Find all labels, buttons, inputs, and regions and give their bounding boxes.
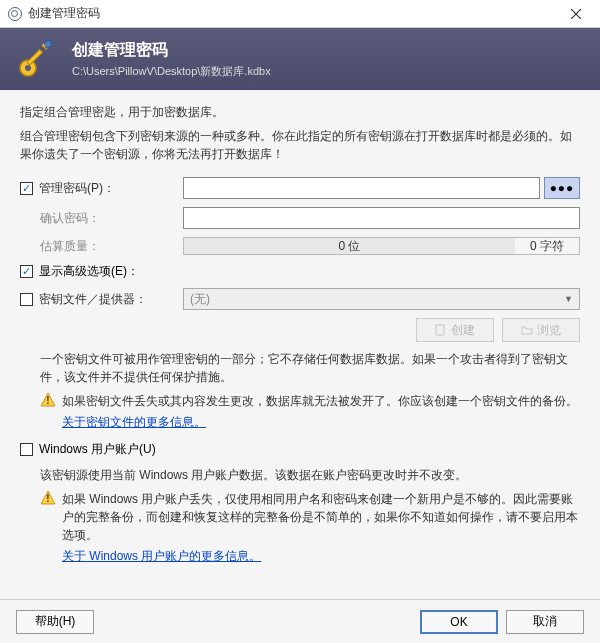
titlebar: 创建管理密码	[0, 0, 600, 28]
keyfile-warning: 如果密钥文件丢失或其内容发生更改，数据库就无法被发开了。你应该创建一个密钥文件的…	[62, 392, 578, 410]
keyfile-checkbox[interactable]	[20, 293, 33, 306]
key-icon	[16, 38, 58, 80]
winaccount-label: Windows 用户账户(U)	[39, 441, 156, 458]
quality-meter: 0 位	[183, 237, 515, 255]
password-checkbox[interactable]	[20, 182, 33, 195]
reveal-password-button[interactable]: ●●●	[544, 177, 580, 199]
chevron-down-icon: ▼	[564, 294, 573, 304]
cancel-button[interactable]: 取消	[506, 610, 584, 634]
winaccount-info-link[interactable]: 关于 Windows 用户账户的更多信息。	[20, 548, 580, 565]
svg-rect-6	[436, 325, 444, 335]
header-path: C:\Users\PillowV\Desktop\新数据库.kdbx	[72, 64, 271, 79]
window-title: 创建管理密码	[28, 5, 556, 22]
intro-text-1: 指定组合管理密匙，用于加密数据库。	[20, 104, 580, 121]
svg-text:!: !	[46, 395, 49, 406]
header-band: 创建管理密码 C:\Users\PillowV\Desktop\新数据库.kdb…	[0, 28, 600, 90]
advanced-checkbox[interactable]	[20, 265, 33, 278]
keyfile-label: 密钥文件／提供器：	[39, 291, 183, 308]
close-button[interactable]	[556, 2, 596, 26]
footer: 帮助(H) OK 取消	[0, 599, 600, 643]
winaccount-description: 该密钥源使用当前 Windows 用户账户数据。该数据在账户密码更改时并不改变。	[20, 466, 580, 484]
svg-point-3	[25, 65, 31, 71]
svg-text:!: !	[46, 493, 49, 504]
winaccount-checkbox[interactable]	[20, 443, 33, 456]
content-area: 指定组合管理密匙，用于加密数据库。 组合管理密钥包含下列密钥来源的一种或多种。你…	[0, 90, 600, 599]
password-label: 管理密码(P)：	[39, 180, 183, 197]
warning-icon: !	[40, 490, 56, 506]
header-title: 创建管理密码	[72, 40, 271, 61]
browse-keyfile-button: 浏览	[502, 318, 580, 342]
confirm-password-label: 确认密码：	[20, 210, 183, 227]
quality-label: 估算质量：	[20, 238, 183, 255]
advanced-label: 显示高级选项(E)：	[39, 263, 139, 280]
create-keyfile-button: 创建	[416, 318, 494, 342]
keyfile-dropdown[interactable]: (无) ▼	[183, 288, 580, 310]
password-input[interactable]	[183, 177, 540, 199]
keyfile-dropdown-value: (无)	[190, 291, 210, 308]
confirm-password-input[interactable]	[183, 207, 580, 229]
winaccount-warning: 如果 Windows 用户账户丢失，仅使用相同用户名和密码来创建一个新用户是不够…	[62, 490, 580, 544]
ok-button[interactable]: OK	[420, 610, 498, 634]
help-button[interactable]: 帮助(H)	[16, 610, 94, 634]
intro-text-2: 组合管理密钥包含下列密钥来源的一种或多种。你在此指定的所有密钥源在打开数据库时都…	[20, 127, 580, 163]
keyfile-info-link[interactable]: 关于密钥文件的更多信息。	[20, 414, 580, 431]
keyfile-description: 一个密钥文件可被用作管理密钥的一部分；它不存储任何数据库数据。如果一个攻击者得到…	[20, 350, 580, 386]
lock-icon	[8, 7, 22, 21]
warning-icon: !	[40, 392, 56, 408]
quality-chars: 0 字符	[515, 237, 580, 255]
